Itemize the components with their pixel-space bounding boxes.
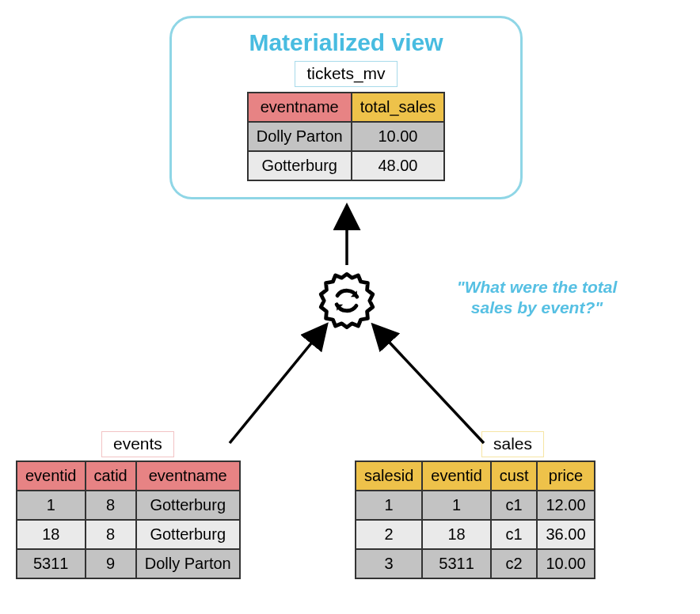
table-cell: 18 bbox=[422, 520, 491, 549]
table-cell: 12.00 bbox=[537, 491, 594, 520]
table-cell: c2 bbox=[491, 549, 538, 578]
sales-table-body: 11c112.00218c136.0035311c210.00 bbox=[356, 491, 595, 578]
table-row: 35311c210.00 bbox=[356, 549, 595, 578]
table-row: Gotterburg48.00 bbox=[248, 151, 445, 180]
table-cell: 1 bbox=[17, 491, 86, 520]
table-cell: 1 bbox=[356, 491, 422, 520]
table-cell: 48.00 bbox=[352, 151, 445, 180]
table-row: Dolly Parton10.00 bbox=[248, 122, 445, 151]
table-cell: 1 bbox=[422, 491, 491, 520]
mv-caption: tickets_mv bbox=[295, 61, 397, 87]
column-header: eventid bbox=[422, 461, 491, 491]
table-cell: 3 bbox=[356, 549, 422, 578]
table-cell: 8 bbox=[86, 520, 136, 549]
table-cell: c1 bbox=[491, 520, 538, 549]
mv-table-head: eventnametotal_sales bbox=[248, 93, 445, 122]
sales-table: salesideventidcustprice 11c112.00218c136… bbox=[355, 460, 595, 579]
arrow-sales-to-gear bbox=[361, 316, 496, 451]
query-quote: "What were the total sales by event?" bbox=[434, 277, 640, 319]
svg-line-2 bbox=[379, 331, 484, 443]
table-row: 218c136.00 bbox=[356, 520, 595, 549]
table-cell: 10.00 bbox=[352, 122, 445, 151]
table-cell: 8 bbox=[86, 491, 136, 520]
table-row: 11c112.00 bbox=[356, 491, 595, 520]
table-cell: c1 bbox=[491, 491, 538, 520]
column-header: eventname bbox=[248, 93, 352, 122]
materialized-view-title: Materialized view bbox=[172, 29, 520, 56]
mv-table-body: Dolly Parton10.00Gotterburg48.00 bbox=[248, 122, 445, 180]
table-row: 188Gotterburg bbox=[17, 520, 240, 549]
sales-table-head: salesideventidcustprice bbox=[356, 461, 595, 491]
column-header: price bbox=[537, 461, 594, 491]
table-cell: 9 bbox=[86, 549, 136, 578]
materialized-view-panel: Materialized view tickets_mv eventnameto… bbox=[169, 16, 523, 199]
column-header: eventname bbox=[136, 461, 240, 491]
events-table: eventidcatideventname 18Gotterburg188Got… bbox=[16, 460, 241, 579]
mv-table: eventnametotal_sales Dolly Parton10.00Go… bbox=[247, 92, 446, 181]
table-cell: 5311 bbox=[422, 549, 491, 578]
column-header: total_sales bbox=[352, 93, 445, 122]
arrow-gear-to-mv bbox=[333, 206, 364, 269]
table-cell: 2 bbox=[356, 520, 422, 549]
table-cell: Dolly Parton bbox=[248, 122, 352, 151]
events-table-body: 18Gotterburg188Gotterburg53119Dolly Part… bbox=[17, 491, 240, 578]
arrow-events-to-gear bbox=[220, 316, 339, 451]
table-row: 53119Dolly Parton bbox=[17, 549, 240, 578]
table-cell: Gotterburg bbox=[248, 151, 352, 180]
table-cell: 5311 bbox=[17, 549, 86, 578]
events-caption: events bbox=[101, 431, 174, 457]
table-cell: 10.00 bbox=[537, 549, 594, 578]
table-cell: Gotterburg bbox=[136, 491, 240, 520]
table-row: 18Gotterburg bbox=[17, 491, 240, 520]
table-cell: Gotterburg bbox=[136, 520, 240, 549]
column-header: salesid bbox=[356, 461, 422, 491]
events-table-head: eventidcatideventname bbox=[17, 461, 240, 491]
column-header: eventid bbox=[17, 461, 86, 491]
table-cell: 36.00 bbox=[537, 520, 594, 549]
table-cell: Dolly Parton bbox=[136, 549, 240, 578]
table-cell: 18 bbox=[17, 520, 86, 549]
svg-line-1 bbox=[230, 331, 321, 443]
column-header: cust bbox=[491, 461, 538, 491]
column-header: catid bbox=[86, 461, 136, 491]
